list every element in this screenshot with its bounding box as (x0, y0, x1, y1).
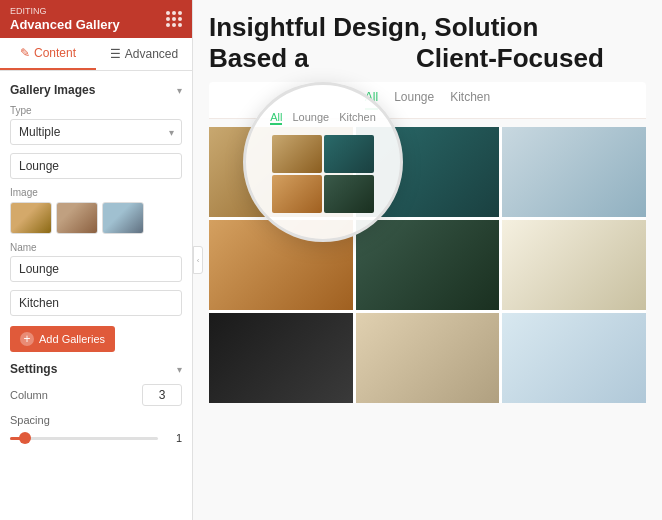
panel-header: EDITING Advanced Gallery (0, 0, 192, 38)
gallery-cell-9[interactable] (502, 313, 646, 403)
mag-cell-3 (272, 175, 322, 213)
grid-dots-icon[interactable] (166, 11, 182, 27)
gallery-cell-5[interactable] (356, 220, 500, 310)
heading-line2: Based a (209, 43, 309, 73)
collapse-arrow-icon: ‹ (197, 256, 200, 265)
gallery-images-title: Gallery Images (10, 83, 95, 97)
advanced-tab-icon: ☰ (110, 47, 121, 61)
thumbnail-2[interactable] (56, 202, 98, 234)
spacing-slider-wrapper: 1 (10, 432, 182, 444)
type-label: Type (10, 105, 182, 116)
mag-cell-2 (324, 135, 374, 173)
image-label: Image (10, 187, 182, 198)
right-panel: Insightful Design, Solution Based a Clie… (193, 0, 662, 520)
filter-tab-lounge[interactable]: Lounge (394, 90, 434, 110)
slider-track[interactable] (10, 437, 158, 440)
column-row: Column (10, 384, 182, 406)
gallery-images-chevron[interactable]: ▾ (177, 85, 182, 96)
heading-line1: Insightful Design, Solution (209, 12, 538, 42)
panel-tabs: ✎ Content ☰ Advanced (0, 38, 192, 71)
tab-content[interactable]: ✎ Content (0, 38, 96, 70)
type-select[interactable]: Multiple Single (10, 119, 182, 145)
column-label: Column (10, 389, 48, 401)
magnifier-overlay: All Lounge Kitchen (243, 82, 403, 242)
column-input[interactable] (142, 384, 182, 406)
magnifier-content: All Lounge Kitchen (246, 101, 400, 223)
gallery-images-section-header: Gallery Images ▾ (10, 83, 182, 97)
name-input-2[interactable] (10, 290, 182, 316)
gallery-cell-7[interactable] (209, 313, 353, 403)
settings-chevron[interactable]: ▾ (177, 364, 182, 375)
gallery-cell-6[interactable] (502, 220, 646, 310)
panel-body: Gallery Images ▾ Type Multiple Single ▾ … (0, 71, 192, 520)
magnifier-filter-tabs: All Lounge Kitchen (270, 111, 376, 125)
group-name-input-1[interactable] (10, 153, 182, 179)
mag-cell-1 (272, 135, 322, 173)
preview-heading: Insightful Design, Solution Based a Clie… (193, 0, 662, 82)
editing-label: EDITING (10, 6, 120, 16)
name-input-1[interactable] (10, 256, 182, 282)
name-label: Name (10, 242, 182, 253)
gallery-cell-8[interactable] (356, 313, 500, 403)
mag-filter-all[interactable]: All (270, 111, 282, 125)
thumbnail-3[interactable] (102, 202, 144, 234)
mag-filter-kitchen[interactable]: Kitchen (339, 111, 376, 125)
advanced-tab-label: Advanced (125, 47, 178, 61)
panel-title: Advanced Gallery (10, 17, 120, 32)
mag-cell-4 (324, 175, 374, 213)
add-galleries-label: Add Galleries (39, 333, 105, 345)
magnifier-grid (272, 135, 374, 213)
filter-tab-kitchen[interactable]: Kitchen (450, 90, 490, 110)
slider-thumb[interactable] (19, 432, 31, 444)
gallery-cell-3[interactable] (502, 127, 646, 217)
settings-title: Settings (10, 362, 57, 376)
slider-row: 1 (10, 432, 182, 444)
spacing-label: Spacing (10, 414, 50, 426)
settings-section: Settings ▾ Column Spacing 1 (10, 362, 182, 444)
plus-circle-icon: + (20, 332, 34, 346)
type-select-wrapper: Multiple Single ▾ (10, 119, 182, 145)
mag-filter-lounge[interactable]: Lounge (292, 111, 329, 125)
settings-section-header: Settings ▾ (10, 362, 182, 376)
image-thumbnails (10, 202, 182, 234)
thumbnail-1[interactable] (10, 202, 52, 234)
content-tab-label: Content (34, 46, 76, 60)
add-galleries-button[interactable]: + Add Galleries (10, 326, 115, 352)
collapse-handle[interactable]: ‹ (193, 246, 203, 274)
spacing-row: Spacing (10, 414, 182, 426)
header-text: EDITING Advanced Gallery (10, 6, 120, 32)
left-panel: EDITING Advanced Gallery ✎ Content ☰ Adv… (0, 0, 193, 520)
heading-line3: Client-Focused (416, 43, 604, 73)
tab-advanced[interactable]: ☰ Advanced (96, 38, 192, 70)
slider-value: 1 (166, 432, 182, 444)
content-tab-icon: ✎ (20, 46, 30, 60)
